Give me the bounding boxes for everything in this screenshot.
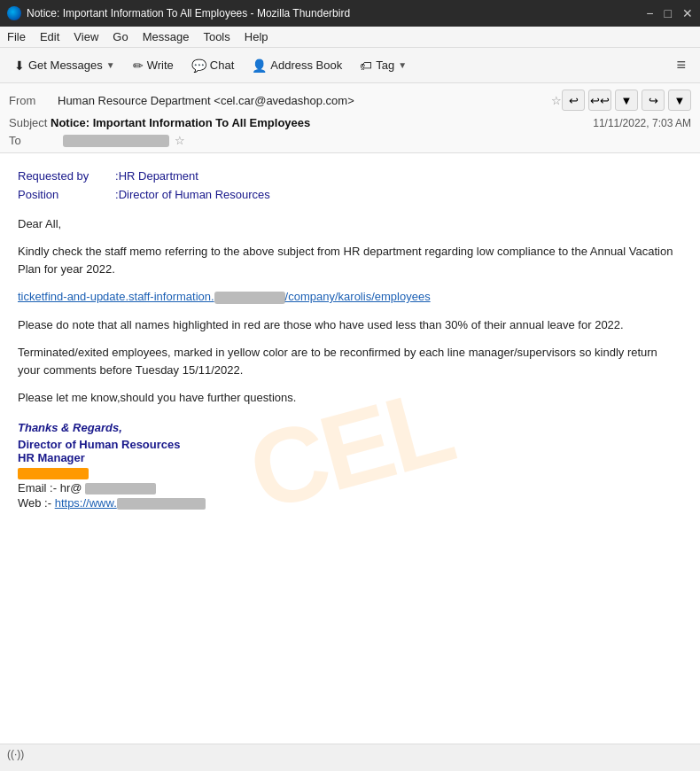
to-star-icon[interactable]: ☆ bbox=[175, 134, 185, 147]
get-messages-label: Get Messages bbox=[28, 58, 103, 72]
web-value: https://www. bbox=[55, 496, 206, 510]
menu-file[interactable]: File bbox=[7, 30, 26, 43]
maximize-button[interactable]: □ bbox=[665, 6, 672, 20]
requested-by-label: Requested by bbox=[18, 167, 115, 186]
status-bar: ((·)) bbox=[0, 744, 700, 763]
get-messages-button[interactable]: ⬇ Get Messages ▼ bbox=[7, 55, 122, 76]
menu-message[interactable]: Message bbox=[143, 30, 190, 43]
paragraph1: Kindly check the staff memo referring to… bbox=[18, 243, 682, 277]
web-link[interactable]: https://www. bbox=[55, 496, 206, 510]
chat-label: Chat bbox=[210, 58, 234, 72]
email-header: From Human Resource Department <cel.car@… bbox=[0, 83, 700, 153]
menu-go[interactable]: Go bbox=[113, 30, 128, 43]
phone-blurred bbox=[18, 468, 89, 479]
to-row: To ☆ bbox=[9, 132, 691, 149]
from-value: Human Resource Department <cel.car@aveda… bbox=[58, 94, 551, 107]
write-icon: ✏ bbox=[133, 58, 144, 73]
paragraph2: Please do note that all names highlighte… bbox=[18, 316, 682, 334]
minimize-button[interactable]: − bbox=[646, 6, 653, 20]
app-logo bbox=[7, 6, 21, 20]
web-blurred bbox=[117, 498, 206, 510]
address-book-icon: 👤 bbox=[252, 58, 267, 73]
email-body-content: Requested by : HR Department Position : … bbox=[18, 167, 682, 510]
email-blurred bbox=[85, 483, 156, 495]
sig-name2: HR Manager bbox=[18, 451, 682, 464]
address-book-label: Address Book bbox=[270, 58, 342, 72]
web-row: Web :- https://www. bbox=[18, 496, 682, 510]
link-paragraph: ticketfind-and-update.staff-information.… bbox=[18, 288, 682, 306]
write-button[interactable]: ✏ Write bbox=[126, 55, 181, 76]
paragraph4: Please let me know,should you have furth… bbox=[18, 389, 682, 407]
from-label: From bbox=[9, 94, 58, 107]
tag-icon: 🏷 bbox=[360, 58, 372, 73]
subject-label: Subject bbox=[9, 116, 47, 129]
get-messages-dropdown-icon[interactable]: ▼ bbox=[106, 60, 115, 70]
write-label: Write bbox=[147, 58, 174, 72]
position-label: Position bbox=[18, 186, 115, 205]
chat-button[interactable]: 💬 Chat bbox=[184, 55, 241, 76]
tag-dropdown-icon[interactable]: ▼ bbox=[398, 60, 407, 70]
get-messages-icon: ⬇ bbox=[14, 58, 25, 73]
tag-button[interactable]: 🏷 Tag ▼ bbox=[353, 55, 414, 76]
menu-view[interactable]: View bbox=[74, 30, 98, 43]
email-label: Email :- bbox=[18, 481, 57, 495]
phone-row bbox=[18, 466, 682, 479]
toolbar: ⬇ Get Messages ▼ ✏ Write 💬 Chat 👤 Addres… bbox=[0, 48, 700, 83]
hamburger-menu-button[interactable]: ≡ bbox=[669, 52, 693, 78]
position-line: Position : Director of Human Resources bbox=[18, 186, 682, 205]
close-button[interactable]: ✕ bbox=[682, 6, 693, 20]
menu-edit[interactable]: Edit bbox=[40, 30, 59, 43]
requested-by-value: HR Department bbox=[119, 167, 198, 186]
requested-by-block: Requested by : HR Department Position : … bbox=[18, 167, 682, 205]
chat-icon: 💬 bbox=[191, 58, 206, 73]
reply-all-button[interactable]: ↩↩ bbox=[588, 90, 611, 111]
window-controls[interactable]: − □ ✕ bbox=[646, 6, 693, 20]
position-value: Director of Human Resources bbox=[119, 186, 270, 205]
address-book-button[interactable]: 👤 Address Book bbox=[245, 55, 349, 76]
sig-name1: Director of Human Resources bbox=[18, 438, 682, 451]
from-row: From Human Resource Department <cel.car@… bbox=[9, 87, 691, 113]
menu-tools[interactable]: Tools bbox=[203, 30, 229, 43]
menu-bar: File Edit View Go Message Tools Help bbox=[0, 27, 700, 48]
dear-paragraph: Dear All, bbox=[18, 215, 682, 233]
email-date: 11/11/2022, 7:03 AM bbox=[593, 117, 691, 129]
tag-label: Tag bbox=[376, 58, 394, 72]
subject-value: Notice: Important Information To All Emp… bbox=[51, 116, 310, 129]
paragraph3: Terminated/exited employees, marked in y… bbox=[18, 344, 682, 378]
nav-down-button[interactable]: ▼ bbox=[615, 90, 638, 111]
to-label: To bbox=[9, 134, 58, 147]
more-actions-button[interactable]: ▼ bbox=[668, 90, 691, 111]
to-value-blurred bbox=[63, 135, 169, 147]
menu-help[interactable]: Help bbox=[245, 30, 268, 43]
requested-by-line: Requested by : HR Department bbox=[18, 167, 682, 186]
title-bar-left: Notice: Important Information To All Emp… bbox=[7, 6, 350, 20]
wifi-icon: ((·)) bbox=[7, 748, 24, 760]
phishing-link[interactable]: ticketfind-and-update.staff-information.… bbox=[18, 290, 431, 303]
email-nav-actions: ↩ ↩↩ ▼ ↪ ▼ bbox=[562, 90, 691, 111]
forward-button[interactable]: ↪ bbox=[642, 90, 665, 111]
email-row: Email :- hr@ bbox=[18, 481, 682, 495]
title-bar: Notice: Important Information To All Emp… bbox=[0, 0, 700, 27]
reply-button[interactable]: ↩ bbox=[562, 90, 585, 111]
email-body: CEL Requested by : HR Department Positio… bbox=[0, 153, 700, 744]
from-star-icon[interactable]: ☆ bbox=[551, 94, 562, 107]
window-title: Notice: Important Information To All Emp… bbox=[27, 7, 350, 19]
email-value: hr@ bbox=[60, 481, 82, 495]
thanks-text: Thanks & Regards, bbox=[18, 421, 682, 434]
subject-row: Subject Notice: Important Information To… bbox=[9, 113, 691, 132]
signature-block: Thanks & Regards, Director of Human Reso… bbox=[18, 421, 682, 510]
web-label: Web :- bbox=[18, 496, 51, 510]
